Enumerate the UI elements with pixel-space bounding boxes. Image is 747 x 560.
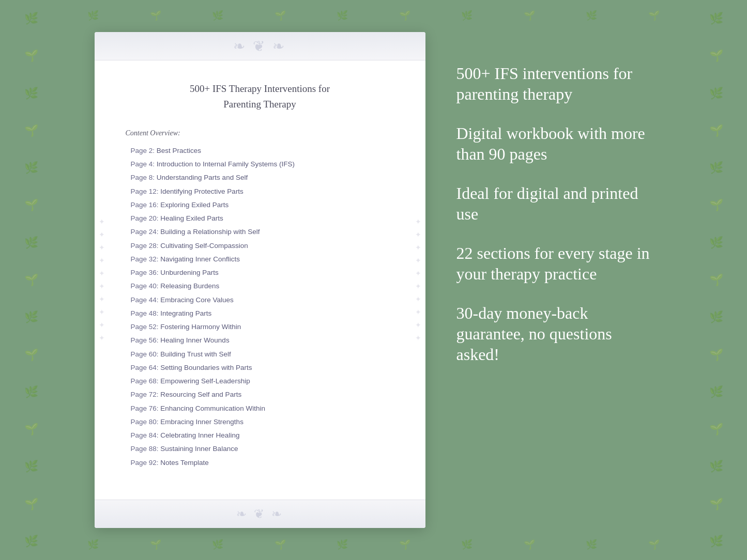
toc-item: Page 36: Unburdening Parts [126,268,394,278]
toc-item: Page 72: Resourcing Self and Parts [126,390,394,400]
document-title-text: 500+ IFS Therapy Interventions for Paren… [126,81,394,113]
right-features-panel: 500+ IFS interventions for parenting the… [456,32,653,365]
main-content: ❧ ❦ ❧ ✦✦✦✦✦ ✦✦✦✦✦ ✦✦✦✦✦ ✦✦✦✦✦ 500+ IFS T… [0,11,747,549]
header-ornament-icon: ❧ ❦ ❧ [233,38,286,55]
document-title: 500+ IFS Therapy Interventions for Paren… [126,81,394,113]
document-body: 500+ IFS Therapy Interventions for Paren… [95,60,425,500]
toc-item: Page 40: Releasing Burdens [126,281,394,291]
toc-item: Page 88: Sustaining Inner Balance [126,444,394,454]
feature-item-2: Digital workbook with more than 90 pages [456,123,653,164]
toc-item: Page 44: Embracing Core Values [126,295,394,305]
toc-item: Page 52: Fostering Harmony Within [126,322,394,332]
toc-item: Page 80: Embracing Inner Strengths [126,417,394,427]
footer-ornament-icon: ❧ ❦ ❧ [236,507,284,521]
toc-item: Page 2: Best Practices [126,146,394,156]
toc-item: Page 84: Celebrating Inner Healing [126,430,394,441]
feature-item-1: 500+ IFS interventions for parenting the… [456,63,653,104]
document-page: ❧ ❦ ❧ ✦✦✦✦✦ ✦✦✦✦✦ ✦✦✦✦✦ ✦✦✦✦✦ 500+ IFS T… [95,32,425,528]
toc-item: Page 92: Notes Template [126,458,394,468]
content-overview-label: Content Overview: [126,129,394,137]
toc-item: Page 48: Integrating Parts [126,308,394,319]
doc-footer-ornament: ❧ ❦ ❧ [95,500,425,528]
feature-item-5: 30-day money-back guarantee, no question… [456,303,653,365]
doc-side-left-ornament: ✦✦✦✦✦ ✦✦✦✦✦ [99,217,105,343]
toc-item: Page 20: Healing Exiled Parts [126,213,394,224]
toc-item: Page 4: Introduction to Internal Family … [126,159,394,169]
doc-side-right-ornament: ✦✦✦✦✦ ✦✦✦✦✦ [415,217,421,343]
toc-item: Page 56: Healing Inner Wounds [126,335,394,346]
toc-item: Page 32: Navigating Inner Conflicts [126,254,394,265]
toc-item: Page 28: Cultivating Self-Compassion [126,241,394,251]
toc-item: Page 68: Empowering Self-Leadership [126,376,394,386]
feature-item-3: Ideal for digital and printed use [456,183,653,224]
doc-header-ornament: ❧ ❦ ❧ [95,32,425,60]
feature-item-4: 22 sections for every stage in your ther… [456,243,653,284]
toc-item: Page 64: Setting Boundaries with Parts [126,363,394,373]
toc-item: Page 16: Exploring Exiled Parts [126,200,394,210]
toc-item: Page 60: Building Trust with Self [126,349,394,360]
toc-item: Page 76: Enhancing Communication Within [126,403,394,414]
toc-item: Page 12: Identifying Protective Parts [126,186,394,197]
toc-item: Page 8: Understanding Parts and Self [126,173,394,183]
toc-item: Page 24: Building a Relationship with Se… [126,227,394,237]
table-of-contents: Page 2: Best PracticesPage 4: Introducti… [126,146,394,468]
